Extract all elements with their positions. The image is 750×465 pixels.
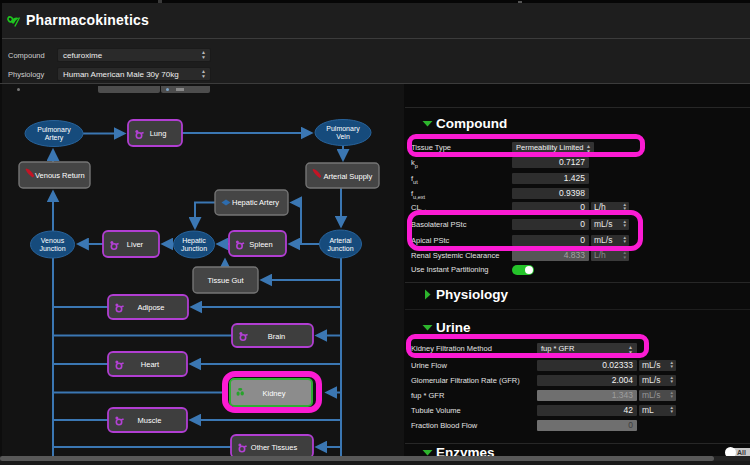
svg-text:Spleen: Spleen	[249, 240, 272, 249]
svg-text:Adipose: Adipose	[137, 303, 164, 312]
svg-text:Artery: Artery	[45, 134, 64, 142]
svg-text:Vein: Vein	[336, 133, 350, 140]
svg-text:Arterial Supply: Arterial Supply	[324, 172, 373, 181]
svg-text:Tissue Gut: Tissue Gut	[208, 276, 245, 285]
svg-text:Junction: Junction	[39, 245, 65, 252]
svg-text:Brain: Brain	[268, 332, 286, 341]
svg-text:Junction: Junction	[327, 245, 353, 252]
svg-text:Junction: Junction	[181, 245, 207, 252]
svg-text:Venous Return: Venous Return	[35, 171, 85, 180]
svg-text:Hepatic: Hepatic	[182, 237, 206, 245]
svg-text:Other Tissues: Other Tissues	[251, 443, 298, 452]
svg-text:Venous: Venous	[41, 237, 65, 244]
svg-text:Hepatic Artery: Hepatic Artery	[232, 198, 279, 207]
svg-text:Arterial: Arterial	[329, 237, 352, 244]
svg-text:Lung: Lung	[150, 129, 167, 138]
svg-text:Heart: Heart	[141, 360, 160, 369]
svg-text:Liver: Liver	[127, 240, 144, 249]
svg-text:Muscle: Muscle	[138, 416, 162, 425]
svg-text:Pulmonary: Pulmonary	[326, 125, 360, 133]
svg-text:Pulmonary: Pulmonary	[37, 126, 71, 134]
